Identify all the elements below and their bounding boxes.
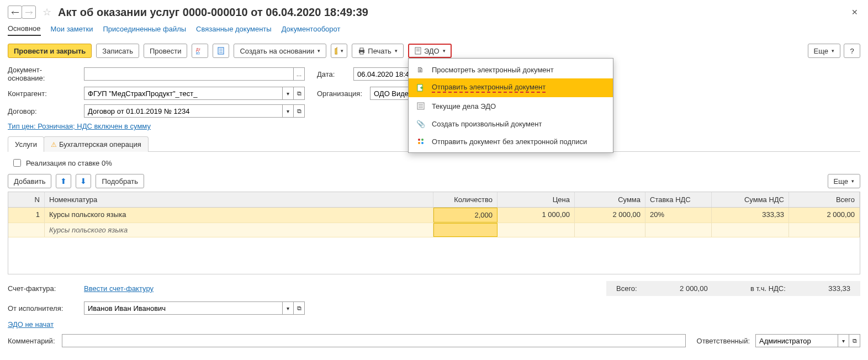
list-icon: [416, 102, 425, 110]
price-type-link[interactable]: Тип цен: Розничная; НДС включен в сумму: [8, 122, 151, 130]
counterparty-label: Контрагент:: [8, 89, 78, 98]
send-unsigned-icon: [416, 137, 425, 146]
dtkt-button[interactable]: ДтКт: [192, 44, 208, 58]
table-row[interactable]: 1 Курсы польского языка 2,000 1 000,00 2…: [8, 208, 860, 223]
report-icon: [217, 47, 225, 55]
tab-notes[interactable]: Мои заметки: [51, 25, 93, 35]
col-header-vat[interactable]: Ставка НДС: [645, 192, 712, 207]
edo-menu-send[interactable]: Отправить электронный документ: [409, 78, 613, 97]
totals-box: Всего: 2 000,00 в т.ч. НДС: 333,33: [606, 281, 860, 296]
vat-incl-label: в т.ч. НДС:: [750, 284, 786, 293]
contract-dropdown-button[interactable]: ▾: [283, 104, 294, 118]
post-and-close-button[interactable]: Провести и закрыть: [8, 44, 92, 58]
col-header-qty[interactable]: Количество: [433, 192, 497, 207]
chevron-down-icon: ▾: [395, 48, 398, 54]
cell-n[interactable]: 1: [8, 208, 45, 223]
cell-name[interactable]: Курсы польского языка: [45, 208, 433, 223]
edo-icon: [414, 47, 422, 55]
edo-button[interactable]: ЭДО▾: [408, 44, 452, 58]
performer-open-button[interactable]: ⧉: [294, 301, 305, 315]
zero-rate-checkbox[interactable]: [13, 159, 21, 167]
svg-rect-7: [337, 47, 337, 53]
copy-button[interactable]: ▾: [331, 44, 347, 58]
comment-label: Комментарий:: [8, 337, 56, 345]
page-title: Акт об оказании услуг 0000-000010 от 06.…: [58, 6, 368, 19]
tab-workflow[interactable]: Документооборот: [282, 25, 341, 35]
tab-files[interactable]: Присоединенные файлы: [103, 25, 187, 35]
contract-label: Договор:: [8, 107, 78, 115]
counterparty-input[interactable]: [84, 87, 283, 100]
edo-menu-create-custom[interactable]: 📎 Создать произвольный документ: [409, 115, 613, 133]
responsible-dropdown-button[interactable]: ▾: [838, 334, 849, 347]
performer-label: От исполнителя:: [8, 304, 78, 313]
favorite-star-icon[interactable]: ☆: [43, 6, 51, 18]
close-button[interactable]: ✕: [849, 6, 860, 19]
basis-label: Документ-основание:: [8, 66, 78, 82]
cell-vatsum[interactable]: 333,33: [712, 208, 789, 223]
svg-point-21: [418, 142, 420, 144]
performer-input[interactable]: [84, 301, 283, 315]
comment-input[interactable]: [62, 334, 686, 347]
basis-input[interactable]: [84, 67, 294, 81]
invoice-label: Счет-фактура:: [8, 284, 78, 293]
svg-point-22: [421, 142, 424, 144]
totals-label: Всего:: [616, 284, 637, 293]
col-header-vatsum[interactable]: Сумма НДС: [712, 192, 789, 207]
chevron-down-icon: ▾: [443, 48, 446, 54]
counterparty-dropdown-button[interactable]: ▾: [283, 87, 294, 100]
add-row-button[interactable]: Добавить: [8, 174, 51, 188]
edo-menu-current[interactable]: Текущие дела ЭДО: [409, 97, 613, 115]
vat-incl-value: 333,33: [828, 284, 850, 293]
send-doc-icon: [416, 83, 425, 92]
printer-icon: [358, 47, 366, 55]
create-from-button[interactable]: Создать на основании▾: [234, 44, 326, 58]
tab-related[interactable]: Связанные документы: [196, 25, 272, 35]
cell-price[interactable]: 1 000,00: [497, 208, 575, 223]
more-button[interactable]: Еще▾: [808, 44, 840, 58]
tab-main[interactable]: Основное: [8, 24, 41, 36]
responsible-open-button[interactable]: ⧉: [849, 334, 860, 347]
move-up-button[interactable]: ⬆: [56, 174, 71, 188]
basis-picker-button[interactable]: …: [294, 67, 305, 81]
post-button[interactable]: Провести: [144, 44, 188, 58]
cell-desc[interactable]: Курсы польского языка: [45, 223, 433, 237]
date-label: Дата:: [317, 70, 348, 78]
warning-icon: ⚠: [51, 141, 57, 149]
pick-button[interactable]: Подобрать: [96, 174, 144, 188]
table-more-button[interactable]: Еще▾: [828, 174, 860, 188]
cell-total[interactable]: 2 000,00: [789, 208, 860, 223]
chevron-down-icon: ▾: [851, 178, 854, 184]
invoice-link[interactable]: Ввести счет-фактуру: [84, 284, 154, 293]
report-button[interactable]: [213, 44, 229, 58]
move-down-button[interactable]: ⬇: [76, 174, 91, 188]
print-button[interactable]: Печать▾: [352, 44, 404, 58]
svg-rect-10: [360, 52, 363, 54]
org-label: Организация:: [317, 89, 364, 98]
nav-back-button[interactable]: 🡐: [8, 6, 22, 19]
cell-sum[interactable]: 2 000,00: [575, 208, 645, 223]
edo-status-link[interactable]: ЭДО не начат: [8, 320, 54, 329]
col-header-sum[interactable]: Сумма: [575, 192, 645, 207]
contract-open-button[interactable]: ⧉: [294, 104, 305, 118]
col-header-total[interactable]: Всего: [789, 192, 860, 207]
subtab-accounting[interactable]: ⚠ Бухгалтерская операция: [44, 136, 149, 152]
responsible-input[interactable]: [755, 334, 838, 347]
table-row-desc[interactable]: Курсы польского языка: [8, 223, 860, 237]
col-header-name[interactable]: Номенклатура: [45, 192, 433, 207]
save-button[interactable]: Записать: [96, 44, 139, 58]
edo-menu-view[interactable]: 🗎 Просмотреть электронный документ: [409, 61, 613, 78]
col-header-n[interactable]: N: [8, 192, 45, 207]
subtab-services[interactable]: Услуги: [8, 136, 44, 152]
col-header-price[interactable]: Цена: [497, 192, 575, 207]
edo-dropdown-menu: 🗎 Просмотреть электронный документ Отпра…: [408, 58, 613, 153]
counterparty-open-button[interactable]: ⧉: [294, 87, 305, 100]
edo-menu-send-unsigned[interactable]: Отправить документ без электронной подпи…: [409, 133, 613, 150]
cell-vat[interactable]: 20%: [645, 208, 712, 223]
performer-dropdown-button[interactable]: ▾: [283, 301, 294, 315]
help-button[interactable]: ?: [844, 44, 860, 58]
contract-input[interactable]: [84, 104, 283, 118]
responsible-label: Ответственный:: [697, 337, 750, 345]
services-grid: N Номенклатура Количество Цена Сумма Ста…: [8, 192, 860, 274]
cell-qty[interactable]: 2,000: [433, 208, 497, 223]
nav-forward-button[interactable]: 🡒: [22, 6, 36, 19]
